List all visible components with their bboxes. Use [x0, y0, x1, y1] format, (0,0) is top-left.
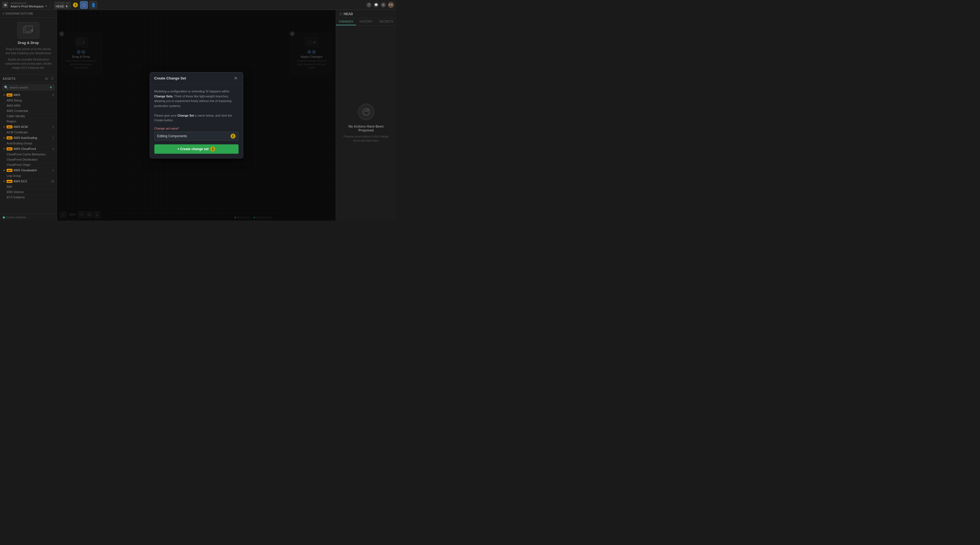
- modal-close-button[interactable]: ✕: [233, 76, 239, 81]
- modal-header: Create Change Set ✕: [150, 72, 243, 85]
- tab-secrets[interactable]: SECRETS: [376, 18, 396, 25]
- discord-button[interactable]: 💬: [374, 3, 379, 8]
- list-item[interactable]: CloudFront Origin: [0, 162, 57, 167]
- list-item[interactable]: Caller Identity: [0, 114, 57, 119]
- search-input[interactable]: [10, 86, 48, 89]
- right-panel-title: HEAD: [344, 12, 393, 16]
- top-separator-1: [51, 2, 51, 8]
- cw-aws-badge: aws: [6, 169, 13, 172]
- list-item[interactable]: Region: [0, 119, 57, 124]
- category-ec2[interactable]: ▼ aws AWS EC2 18: [0, 178, 57, 184]
- create-changeset-button[interactable]: + Create change set 1: [154, 145, 239, 154]
- list-item[interactable]: ACM Certificate: [0, 130, 57, 135]
- right-panel-header: ⬡ HEAD: [336, 10, 396, 18]
- aws-count: 5: [52, 94, 54, 97]
- assets-header: ASSETS 82 ⓘ: [0, 75, 57, 83]
- modal-desc-text3: Please give your: [154, 114, 177, 117]
- asg-count: 1: [52, 137, 54, 140]
- si-dot: [3, 216, 5, 219]
- modal-overlay[interactable]: Create Change Set ✕ Modeling a configura…: [57, 10, 336, 221]
- category-aws[interactable]: ▼ aws AWS 5: [0, 92, 57, 98]
- changeset-select[interactable]: HEAD ▼: [54, 4, 71, 8]
- cf-category-name: AWS CloudFront: [13, 147, 52, 150]
- aws-chevron: ▼: [3, 94, 5, 97]
- drag-drop-title: Drag & Drop: [5, 41, 52, 45]
- modal-body: Modeling a configuration or extending SI…: [150, 85, 243, 158]
- diagram-outline-header: ≡ DIAGRAM OUTLINE: [0, 10, 57, 17]
- modal-input-label: Change set name*: [154, 127, 239, 130]
- asset-list: ▼ aws AWS 5 ARN String AWS ARN AWS Crede…: [0, 92, 57, 214]
- list-item[interactable]: AMI: [0, 184, 57, 189]
- cw-category-name: AWS Cloudwatch: [13, 168, 52, 172]
- aws-category-name: AWS: [13, 93, 52, 97]
- input-badge: 2: [231, 133, 235, 138]
- users-view-button[interactable]: 👤: [89, 1, 97, 9]
- category-cloudfront[interactable]: ▼ aws AWS CloudFront 3: [0, 146, 57, 152]
- workspace-logo: ▦: [2, 2, 8, 8]
- list-item[interactable]: AWS Credential: [0, 108, 57, 114]
- search-icon: 🔍: [4, 86, 8, 89]
- list-item[interactable]: EBS Volume: [0, 189, 57, 195]
- create-changeset-modal: Create Change Set ✕ Modeling a configura…: [150, 72, 243, 158]
- search-bar[interactable]: 🔍 ▼: [2, 84, 54, 91]
- category-aws-acm[interactable]: ▼ aws AWS ACM 1: [0, 124, 57, 130]
- category-cloudwatch[interactable]: ▼ aws AWS Cloudwatch 1: [0, 167, 57, 173]
- list-item[interactable]: AutoScaling Group: [0, 141, 57, 146]
- right-panel-tabs: CHANGES HISTORY SECRETS: [336, 18, 396, 25]
- diagram-outline-icon: ≡: [3, 12, 5, 15]
- list-item[interactable]: EC2 Instance: [0, 195, 57, 200]
- top-right-icons: ? 💬 ⚙ A▼: [366, 2, 394, 8]
- right-panel: ⬡ HEAD CHANGES HISTORY SECRETS No Action…: [336, 10, 396, 221]
- cw-count: 1: [52, 169, 54, 172]
- modal-desc-text1: Modeling a configuration or extending SI…: [154, 90, 229, 93]
- list-item[interactable]: ARN String: [0, 98, 57, 103]
- canvas-area[interactable]: 1 Drag & Drop Drag assets to the canvas …: [57, 10, 336, 221]
- asg-aws-badge: aws: [6, 137, 13, 140]
- modal-input-wrapper[interactable]: 2: [154, 132, 239, 140]
- list-item[interactable]: AWS ARN: [0, 103, 57, 108]
- tab-changes[interactable]: CHANGES: [336, 18, 356, 25]
- avatar-button[interactable]: A▼: [388, 2, 394, 8]
- tab-history[interactable]: HISTORY: [356, 18, 376, 25]
- cf-count: 3: [52, 148, 54, 150]
- main-layout: ≡ DIAGRAM OUTLINE Drag & Drop Drag & Dro…: [0, 10, 396, 221]
- ec2-chevron: ▼: [3, 180, 5, 183]
- asg-category-name: AWS AutoScaling: [13, 136, 52, 140]
- help-button[interactable]: ?: [366, 3, 371, 8]
- changeset-name-input[interactable]: [158, 134, 229, 138]
- right-panel-icon: ⬡: [339, 12, 342, 16]
- changeset-block: CHANGE SET: HEAD ▼: [54, 2, 71, 8]
- list-item[interactable]: Log Group: [0, 173, 57, 178]
- bottom-bar: System Initiative: [0, 214, 57, 221]
- no-actions-icon: [358, 104, 374, 120]
- modal-desc-bold1: Change Sets.: [154, 95, 173, 98]
- required-indicator: *: [178, 127, 179, 130]
- left-sidebar: ≡ DIAGRAM OUTLINE Drag & Drop Drag & Dro…: [0, 10, 57, 221]
- modal-title: Create Change Set: [154, 76, 186, 80]
- workspace-block: WORKSPACE: Adam's Prod Workspace ▼: [10, 2, 47, 8]
- drag-drop-area: Drag & Drop Drag & Drop assets on to the…: [0, 17, 57, 75]
- diagram-outline-title: DIAGRAM OUTLINE: [5, 12, 33, 15]
- acm-count: 1: [52, 126, 54, 129]
- cf-aws-badge: aws: [6, 148, 13, 150]
- drag-drop-desc2: Assets are reusable infrastructure compo…: [5, 57, 52, 70]
- modal-description: Modeling a configuration or extending SI…: [154, 89, 239, 123]
- drag-drop-desc1: Drag & Drop assets on to the canvas and …: [5, 47, 52, 55]
- category-autoscaling[interactable]: ▼ aws AWS AutoScaling 1: [0, 135, 57, 141]
- settings-button[interactable]: ⚙: [381, 3, 386, 8]
- list-item[interactable]: CloudFront Distribution: [0, 157, 57, 162]
- acm-chevron: ▼: [3, 126, 5, 129]
- cf-chevron: ▼: [3, 148, 5, 150]
- aws-badge: aws: [6, 94, 13, 97]
- diagram-view-button[interactable]: ⬡: [80, 1, 88, 9]
- filter-icon[interactable]: ▼: [49, 86, 52, 89]
- info-icon[interactable]: ⓘ: [51, 76, 54, 81]
- workspace-name[interactable]: Adam's Prod Workspace ▼: [10, 5, 47, 8]
- no-actions-title: No Actions Have Been Proposed: [341, 125, 391, 132]
- top-notification-badge[interactable]: 1: [73, 3, 78, 8]
- ec2-count: 18: [51, 180, 54, 183]
- list-item[interactable]: CloudFront Cache Behaviour: [0, 152, 57, 157]
- ec2-category-name: AWS EC2: [13, 180, 51, 183]
- workspace-chevron: ▼: [45, 5, 48, 8]
- acm-category-name: AWS ACM: [13, 125, 52, 129]
